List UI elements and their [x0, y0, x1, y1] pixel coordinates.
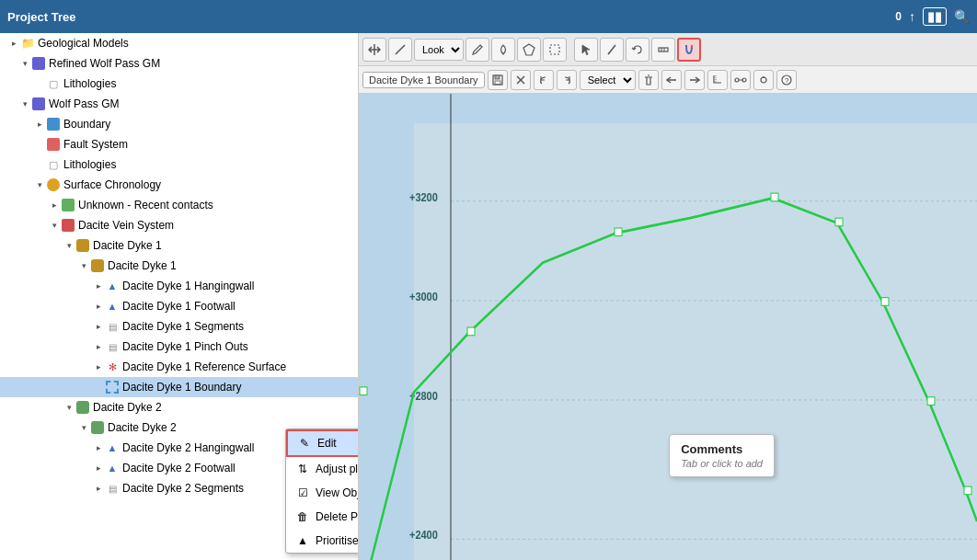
polygon-tool-btn[interactable]: [517, 38, 541, 62]
tree-item-dacite-dyke1-boundary[interactable]: Dacite Dyke 1 Boundary: [0, 377, 358, 397]
boundary-icon: [46, 117, 61, 131]
help-btn[interactable]: ?: [776, 70, 797, 90]
label-dacite-dyke2-hw: Dacite Dyke 2 Hangingwall: [122, 441, 254, 454]
arrow-dyke1-seg[interactable]: ▸: [92, 322, 105, 331]
redo-btn[interactable]: [557, 70, 577, 90]
arrow-dyke2-hw[interactable]: ▸: [92, 443, 105, 452]
edit-toolbar: Dacite Dyke 1 Boundary Select: [359, 66, 977, 94]
viewport-svg: +3200 +3000 +2800 +2400 3000 3200 3400 3…: [359, 94, 977, 560]
search-icon[interactable]: 🔍: [954, 9, 970, 24]
arrow-vein[interactable]: ▾: [48, 221, 61, 230]
label-wolf-pass: Wolf Pass GM: [49, 97, 119, 110]
svg-point-15: [735, 78, 739, 82]
delete-node-btn[interactable]: [638, 70, 659, 90]
label-dacite-dyke2-group: Dacite Dyke 2: [93, 401, 162, 414]
tree-item-lithologies-1[interactable]: ▢ Lithologies: [0, 74, 358, 94]
fw2-icon: ▲: [105, 461, 120, 475]
context-menu-delete-polyline[interactable]: 🗑 Delete Polyline: [286, 505, 359, 529]
label-fault-system: Fault System: [63, 138, 128, 151]
undo-btn[interactable]: [534, 70, 554, 90]
arrow-dyke1-group[interactable]: ▾: [63, 241, 75, 250]
svg-rect-1: [550, 45, 559, 54]
context-menu-adjust-plane[interactable]: ⇅ Adjust plane: [286, 457, 359, 481]
tree-item-dacite-dyke1-hw[interactable]: ▸ ▲ Dacite Dyke 1 Hangingwall: [0, 276, 358, 296]
context-menu-prioritise[interactable]: ▲ Prioritise: [286, 529, 359, 553]
arrow-geological-models[interactable]: ▸: [7, 39, 20, 48]
label-lithologies-1: Lithologies: [63, 77, 116, 90]
pointer-tool-btn[interactable]: [574, 38, 598, 62]
magnet-tool-btn[interactable]: [677, 38, 701, 62]
node-btn[interactable]: [753, 70, 774, 90]
draw-tool-btn[interactable]: [388, 38, 412, 62]
arrow-dyke1-sub[interactable]: ▾: [77, 261, 90, 270]
context-menu-view-object[interactable]: ☑ View Object: [286, 481, 359, 505]
tree-item-dacite-dyke1-fw[interactable]: ▸ ▲ Dacite Dyke 1 Footwall: [0, 296, 358, 316]
tree-item-dacite-dyke1-po[interactable]: ▸ ▤ Dacite Dyke 1 Pinch Outs: [0, 337, 358, 357]
rotate-tool-btn[interactable]: [626, 38, 649, 62]
tree-item-unknown-recent[interactable]: ▸ Unknown - Recent contacts: [0, 195, 358, 215]
pencil-tool-btn[interactable]: [466, 38, 489, 62]
tree-item-boundary[interactable]: ▸ Boundary: [0, 114, 358, 134]
tree-item-fault-system[interactable]: Fault System: [0, 134, 358, 154]
svg-rect-45: [964, 486, 971, 495]
tree-item-dacite-dyke2-group[interactable]: ▾ Dacite Dyke 2: [0, 397, 358, 417]
tree-item-dacite-vein[interactable]: ▾ Dacite Vein System: [0, 215, 358, 235]
context-menu-edit[interactable]: ✎ Edit: [286, 429, 359, 457]
plane-icon: ⇅: [295, 462, 310, 476]
arrow-dyke2-sub[interactable]: ▾: [77, 423, 90, 432]
tree-item-dacite-dyke1-seg[interactable]: ▸ ▤ Dacite Dyke 1 Segments: [0, 316, 358, 337]
close-edit-btn[interactable]: [511, 70, 531, 90]
select-box-btn[interactable]: [543, 38, 567, 62]
arrow-dyke2-seg[interactable]: ▸: [92, 484, 105, 493]
tree-item-wolf-pass[interactable]: ▾ Wolf Pass GM: [0, 94, 358, 114]
label-dacite-vein: Dacite Vein System: [78, 219, 174, 232]
edit-pts-btn[interactable]: [730, 70, 751, 90]
arrow-surface[interactable]: ▾: [33, 180, 46, 189]
context-menu: ✎ Edit ⇅ Adjust plane ☑ View Object 🗑 De…: [285, 429, 359, 554]
arrow-dyke1-ref[interactable]: ▸: [92, 362, 105, 371]
move-tool-btn[interactable]: [362, 38, 386, 62]
seg-icon-1: ▤: [105, 319, 120, 334]
tree-item-lithologies-2[interactable]: ▢ Lithologies: [0, 154, 358, 175]
label-dacite-dyke2-seg: Dacite Dyke 2 Segments: [122, 482, 244, 495]
svg-text:?: ?: [785, 76, 789, 85]
ruler-tool-btn[interactable]: [651, 38, 675, 62]
arrow-refined-wolf[interactable]: ▾: [18, 59, 31, 68]
fw-icon: ▲: [105, 299, 120, 314]
knife-tool-btn[interactable]: [600, 38, 624, 62]
arrow-right-btn[interactable]: [684, 70, 705, 90]
tree-item-surface-chronology[interactable]: ▾ Surface Chronology: [0, 175, 358, 195]
arrow-dyke2-group[interactable]: ▾: [63, 403, 75, 412]
select-mode-dropdown[interactable]: Select: [580, 70, 636, 90]
pen-tool-btn[interactable]: [491, 38, 515, 62]
left-panel: ▸ 📁 Geological Models ▾ Refined Wolf Pas…: [0, 33, 359, 560]
tree-item-dacite-dyke1-ref[interactable]: ▸ ✻ Dacite Dyke 1 Reference Surface: [0, 357, 358, 377]
arrow-dyke1-fw[interactable]: ▸: [92, 302, 105, 311]
litho-icon-2: ▢: [46, 157, 61, 172]
app-header: Project Tree 0 ↑ ▮▮ 🔍: [0, 0, 977, 33]
tree-item-geological-models[interactable]: ▸ 📁 Geological Models: [0, 33, 358, 53]
tree-item-dacite-dyke1-sub[interactable]: ▾ Dacite Dyke 1: [0, 256, 358, 276]
arrow-dyke1-hw[interactable]: ▸: [92, 281, 105, 291]
tree-item-dacite-dyke1-group[interactable]: ▾ Dacite Dyke 1: [0, 235, 358, 256]
arrow-boundary[interactable]: ▸: [33, 120, 46, 129]
svg-rect-41: [771, 193, 778, 201]
tree-item-refined-wolf-pass[interactable]: ▾ Refined Wolf Pass GM: [0, 53, 358, 74]
arrow-left-btn[interactable]: [661, 70, 682, 90]
look-dropdown[interactable]: Look: [414, 39, 464, 61]
up-icon[interactable]: ↑: [909, 9, 915, 24]
arrow-dyke2-fw[interactable]: ▸: [92, 463, 105, 473]
svg-point-16: [742, 78, 746, 82]
comments-tooltip[interactable]: Comments Tab or click to add: [669, 434, 775, 477]
crop-btn[interactable]: [707, 70, 728, 90]
fault-icon: [46, 137, 61, 152]
arrow-wolf-pass[interactable]: ▾: [18, 99, 31, 109]
arrow-unknown[interactable]: ▸: [48, 200, 61, 210]
svg-rect-2: [659, 48, 668, 51]
pause-icon[interactable]: ▮▮: [923, 7, 947, 26]
svg-point-19: [763, 76, 764, 78]
arrow-dyke1-po[interactable]: ▸: [92, 342, 105, 351]
save-btn[interactable]: [488, 70, 508, 90]
label-lithologies-2: Lithologies: [63, 158, 116, 171]
hw-icon: ▲: [105, 279, 120, 293]
